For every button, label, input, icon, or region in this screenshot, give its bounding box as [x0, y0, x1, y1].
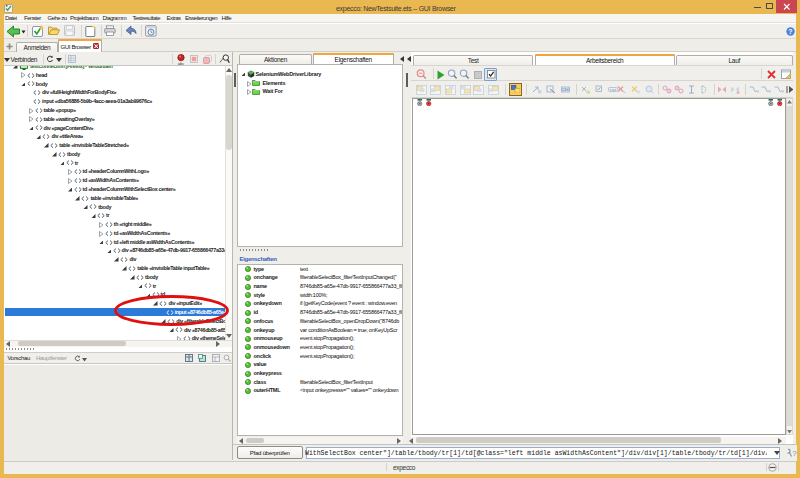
svg-text:?: ?: [792, 449, 797, 458]
svg-text:cae: cae: [610, 87, 617, 92]
svg-text:abc: abc: [178, 60, 184, 65]
svg-text:cae: cae: [561, 87, 569, 92]
svg-text:?: ?: [788, 28, 792, 35]
